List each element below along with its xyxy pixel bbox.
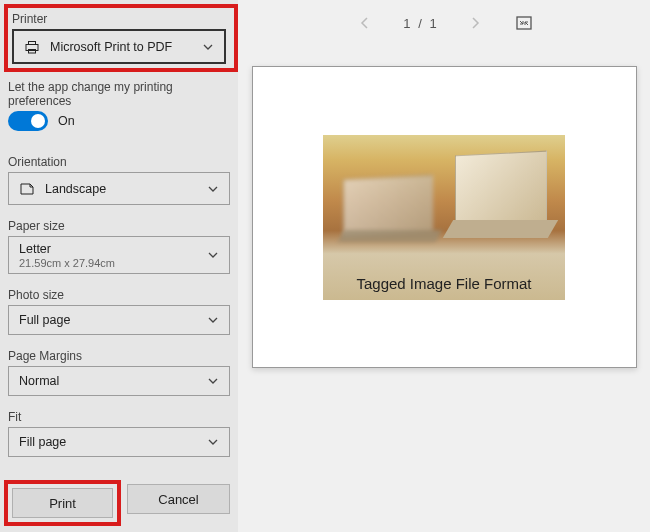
orientation-value: Landscape — [45, 182, 106, 196]
preview-body: Tagged Image File Format — [238, 46, 650, 532]
page-current: 1 — [403, 16, 410, 31]
laptop-shape — [343, 174, 433, 237]
chevron-down-icon — [207, 183, 219, 195]
orientation-block: Orientation Landscape — [8, 155, 230, 205]
preview-area: 1 / 1 Tagged Image File Format — [238, 0, 650, 532]
fit-to-window-button[interactable] — [513, 13, 535, 33]
paper-size-block: Paper size Letter 21.59cm x 27.94cm — [8, 219, 230, 274]
page-separator: / — [418, 16, 422, 31]
paper-size-select[interactable]: Letter 21.59cm x 27.94cm — [8, 236, 230, 274]
photo-size-select[interactable]: Full page — [8, 305, 230, 335]
paper-size-value: Letter — [19, 242, 51, 256]
landscape-icon — [19, 181, 35, 197]
printer-highlight: Printer Microsoft Print to PDF — [4, 4, 238, 72]
print-highlight: Print — [4, 480, 121, 526]
margins-block: Page Margins Normal — [8, 349, 230, 396]
printer-label: Printer — [12, 12, 226, 26]
orientation-select[interactable]: Landscape — [8, 172, 230, 205]
photo-size-block: Photo size Full page — [8, 288, 230, 335]
margins-value: Normal — [19, 374, 59, 388]
print-settings-sidebar: Printer Microsoft Print to PDF Let the a… — [0, 0, 238, 532]
chevron-down-icon — [207, 436, 219, 448]
app-prefs-toggle[interactable]: On — [8, 111, 230, 131]
preview-caption: Tagged Image File Format — [323, 275, 565, 292]
margins-select[interactable]: Normal — [8, 366, 230, 396]
chevron-down-icon — [207, 375, 219, 387]
paper-size-label: Paper size — [8, 219, 230, 233]
fit-value: Fill page — [19, 435, 66, 449]
pager: 1 / 1 — [238, 0, 650, 46]
orientation-label: Orientation — [8, 155, 230, 169]
printer-select[interactable]: Microsoft Print to PDF — [12, 29, 226, 64]
svg-rect-3 — [517, 17, 531, 29]
app-prefs-label: Let the app change my printing preferenc… — [8, 80, 230, 108]
photo-size-label: Photo size — [8, 288, 230, 302]
fit-select[interactable]: Fill page — [8, 427, 230, 457]
printer-value: Microsoft Print to PDF — [50, 40, 172, 54]
print-button[interactable]: Print — [12, 488, 113, 518]
page-preview[interactable]: Tagged Image File Format — [252, 66, 637, 368]
toggle-track — [8, 111, 48, 131]
fit-block: Fit Fill page — [8, 410, 230, 457]
svg-rect-1 — [29, 41, 36, 44]
toggle-knob — [31, 114, 45, 128]
chevron-down-icon — [207, 249, 219, 261]
laptop-shape — [338, 230, 442, 242]
chevron-down-icon — [207, 314, 219, 326]
margins-label: Page Margins — [8, 349, 230, 363]
app-prefs-block: Let the app change my printing preferenc… — [8, 80, 230, 131]
paper-size-sub: 21.59cm x 27.94cm — [19, 257, 115, 269]
next-page-button[interactable] — [463, 11, 487, 35]
page-indicator: 1 / 1 — [403, 16, 436, 31]
laptop-shape — [455, 150, 547, 227]
action-buttons: Print Cancel — [8, 484, 230, 532]
laptop-shape — [443, 220, 558, 238]
preview-image: Tagged Image File Format — [323, 135, 565, 300]
printer-icon — [24, 39, 40, 55]
cancel-button[interactable]: Cancel — [127, 484, 230, 514]
page-total: 1 — [429, 16, 436, 31]
toggle-state: On — [58, 114, 75, 128]
fit-label: Fit — [8, 410, 230, 424]
prev-page-button[interactable] — [353, 11, 377, 35]
chevron-down-icon — [202, 41, 214, 53]
photo-size-value: Full page — [19, 313, 70, 327]
